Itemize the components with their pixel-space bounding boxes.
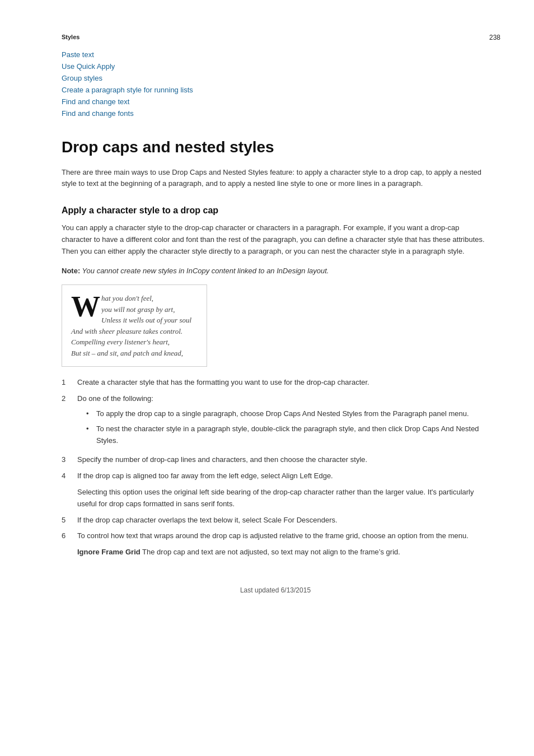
step-6-term: Ignore Frame Grid xyxy=(77,548,140,556)
note-label: Note: xyxy=(62,267,80,275)
step-2-text: Do one of the following: xyxy=(77,394,153,403)
section1-title: Apply a character style to a drop cap xyxy=(62,206,489,216)
step-2-number: 2 xyxy=(62,393,77,405)
toc-link-find-change-fonts[interactable]: Find and change fonts xyxy=(62,109,489,118)
drop-cap-line-2: you will not grasp by art, xyxy=(101,304,198,315)
step-2-sub-1: • To apply the drop cap to a single para… xyxy=(86,408,489,420)
page-container: 238 Styles Paste text Use Quick Apply Gr… xyxy=(0,0,534,756)
page-number: 238 xyxy=(489,34,500,41)
toc-link-quick-apply[interactable]: Use Quick Apply xyxy=(62,62,489,71)
drop-cap-example: W hat you don't feel, you will not grasp… xyxy=(62,284,207,367)
step-5: 5 If the drop cap character overlaps the… xyxy=(62,515,489,526)
section1-note: Note: You cannot create new styles in In… xyxy=(62,265,489,277)
step-3: 3 Specify the number of drop-cap lines a… xyxy=(62,454,489,466)
drop-cap-lines: hat you don't feel, you will not grasp b… xyxy=(101,293,198,326)
toc-link-create-paragraph[interactable]: Create a paragraph style for running lis… xyxy=(62,86,489,94)
step-4: 4 If the drop cap is aligned too far awa… xyxy=(62,470,489,510)
step-6-cont-text: The drop cap and text are not adjusted, … xyxy=(140,548,400,556)
step-5-number: 5 xyxy=(62,515,77,526)
section1-body1: You can apply a character style to the d… xyxy=(62,222,489,257)
chapter-title: Drop caps and nested styles xyxy=(62,138,489,157)
drop-cap-cont-1: And with sheer pleasure takes control. xyxy=(71,326,198,337)
steps-list: 1 Create a character style that has the … xyxy=(62,377,489,558)
drop-cap-letter: W xyxy=(71,295,100,319)
step-6-continuation: Ignore Frame Grid The drop cap and text … xyxy=(77,547,489,558)
toc-link-paste-text[interactable]: Paste text xyxy=(62,50,489,59)
step-3-number: 3 xyxy=(62,454,77,466)
step-2-sub-2: • To nest the character style in a parag… xyxy=(86,423,489,447)
toc-link-find-change-text[interactable]: Find and change text xyxy=(62,97,489,106)
drop-cap-cont-2: Compelling every listener's heart, xyxy=(71,337,198,348)
step-4-content: If the drop cap is aligned too far away … xyxy=(77,470,489,510)
step-2-sub-2-text: To nest the character style in a paragra… xyxy=(96,423,489,447)
footer-text: Last updated 6/13/2015 xyxy=(240,586,311,594)
step-6-number: 6 xyxy=(62,530,77,542)
step-6-text: To control how text that wraps around th… xyxy=(77,531,469,540)
drop-cap-line-3: Unless it wells out of your soul xyxy=(101,315,198,326)
step-6-content: To control how text that wraps around th… xyxy=(77,530,489,558)
step-4-number: 4 xyxy=(62,470,77,482)
step-2-sub-1-text: To apply the drop cap to a single paragr… xyxy=(96,408,469,420)
step-1-text: Create a character style that has the fo… xyxy=(77,377,489,389)
step-2: 2 Do one of the following: • To apply th… xyxy=(62,393,489,450)
page-footer: Last updated 6/13/2015 xyxy=(62,581,489,594)
section-label: Styles xyxy=(62,34,489,40)
step-2-sublist: • To apply the drop cap to a single para… xyxy=(77,408,489,446)
bullet-1: • xyxy=(86,408,96,420)
step-6: 6 To control how text that wraps around … xyxy=(62,530,489,558)
chapter-intro: There are three main ways to use Drop Ca… xyxy=(62,167,489,190)
step-3-text: Specify the number of drop-cap lines and… xyxy=(77,454,489,466)
step-1: 1 Create a character style that has the … xyxy=(62,377,489,389)
step-4-text: If the drop cap is aligned too far away … xyxy=(77,472,333,480)
toc-links: Paste text Use Quick Apply Group styles … xyxy=(62,50,489,118)
note-body: You cannot create new styles in InCopy c… xyxy=(82,267,329,275)
bullet-2: • xyxy=(86,423,96,435)
drop-cap-cont-3: But sit – and sit, and patch and knead, xyxy=(71,348,198,359)
drop-cap-line-1: hat you don't feel, xyxy=(101,293,198,304)
step-1-number: 1 xyxy=(62,377,77,389)
toc-link-group-styles[interactable]: Group styles xyxy=(62,74,489,82)
step-5-text: If the drop cap character overlaps the t… xyxy=(77,515,489,526)
step-4-continuation: Selecting this option uses the original … xyxy=(77,487,489,510)
step-2-content: Do one of the following: • To apply the … xyxy=(77,393,489,450)
